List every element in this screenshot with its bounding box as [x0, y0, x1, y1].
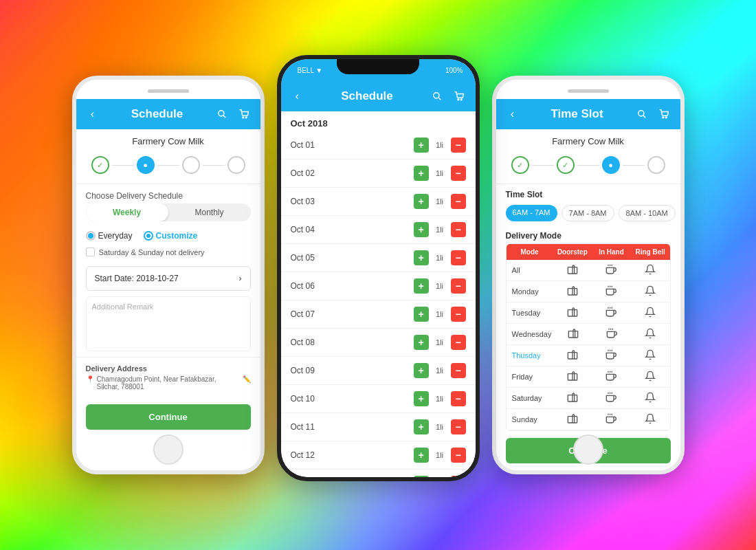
doorstep-3[interactable]	[554, 324, 592, 344]
home-button-left[interactable]	[153, 434, 184, 465]
monthly-option[interactable]: Monthly	[168, 204, 251, 221]
plus-btn-9[interactable]: +	[414, 391, 429, 406]
qty-display-11: 1li	[430, 451, 449, 459]
minus-btn-8[interactable]: −	[451, 363, 466, 378]
qty-controls-9: + 1li −	[414, 391, 466, 406]
weekly-option[interactable]: Weekly	[86, 204, 168, 221]
date-label-5: Oct 06	[291, 281, 315, 291]
inhand-4[interactable]	[592, 345, 631, 366]
phones-container: ‹ Schedule Farmery Cow Milk ✓	[0, 0, 756, 550]
month-label: Oct 2018	[281, 111, 476, 131]
doorstep-0[interactable]	[553, 260, 592, 280]
plus-btn-6[interactable]: +	[414, 307, 429, 322]
timeslot-tab-0[interactable]: 6AM - 7AM	[506, 205, 557, 221]
svg-point-12	[665, 117, 667, 118]
date-label-1: Oct 02	[291, 168, 315, 178]
plus-btn-11[interactable]: +	[414, 448, 429, 463]
plus-btn-10[interactable]: +	[414, 419, 429, 434]
inhand-5[interactable]	[592, 366, 631, 387]
qty-controls-10: + 1li −	[414, 419, 466, 434]
timeslot-tab-1[interactable]: 7AM - 8AM	[562, 205, 614, 221]
start-date-row[interactable]: Start Date: 2018-10-27 ›	[86, 266, 251, 291]
saturday-checkbox[interactable]	[86, 248, 95, 256]
search-icon-left[interactable]	[214, 106, 230, 122]
doorstep-5[interactable]	[553, 366, 592, 387]
saturday-checkbox-row[interactable]: Saturday & Sunday not delivery	[76, 243, 260, 261]
plus-btn-5[interactable]: +	[414, 278, 429, 294]
minus-btn-10[interactable]: −	[451, 419, 466, 434]
ringbell-6[interactable]	[631, 388, 670, 408]
inhand-7[interactable]	[592, 409, 631, 430]
plus-btn-4[interactable]: +	[414, 250, 429, 265]
continue-button-left[interactable]: Continue	[86, 404, 251, 430]
inhand-2[interactable]	[592, 302, 631, 323]
search-icon-right[interactable]	[634, 106, 650, 122]
schedule-toggle[interactable]: Weekly Monthly	[86, 204, 251, 221]
qty-display-5: 1li	[430, 282, 449, 290]
everyday-radio-dot	[86, 231, 96, 241]
date-label-11: Oct 12	[291, 450, 315, 460]
minus-btn-2[interactable]: −	[451, 194, 466, 209]
day-label-0: All	[507, 262, 553, 278]
mode-row-1: Monday	[507, 281, 670, 302]
delivery-mode-label: Delivery Mode	[496, 227, 680, 243]
back-button-middle[interactable]: ‹	[289, 88, 306, 104]
inhand-0[interactable]	[592, 260, 631, 280]
minus-btn-3[interactable]: −	[451, 222, 466, 237]
doorstep-7[interactable]	[553, 409, 592, 430]
plus-btn-0[interactable]: +	[414, 138, 429, 153]
inhand-3[interactable]	[592, 324, 631, 344]
customize-radio[interactable]: Customize	[144, 231, 198, 241]
cart-icon-right[interactable]	[656, 106, 672, 122]
plus-btn-12[interactable]: +	[414, 476, 429, 477]
minus-btn-5[interactable]: −	[451, 278, 466, 294]
ringbell-2[interactable]	[631, 302, 670, 323]
doorstep-6[interactable]	[553, 388, 592, 408]
minus-btn-4[interactable]: −	[451, 250, 466, 265]
timeslot-tab-2[interactable]: 8AM - 10AM	[619, 205, 676, 221]
minus-btn-11[interactable]: −	[451, 448, 466, 463]
cart-icon-left[interactable]	[236, 106, 252, 122]
svg-line-6	[438, 98, 441, 100]
minus-btn-0[interactable]: −	[451, 138, 466, 153]
ringbell-1[interactable]	[631, 281, 670, 302]
plus-btn-7[interactable]: +	[414, 335, 429, 350]
ringbell-0[interactable]	[631, 260, 670, 280]
doorstep-1[interactable]	[553, 281, 592, 302]
minus-btn-6[interactable]: −	[451, 307, 466, 322]
search-icon-middle[interactable]	[429, 88, 445, 104]
ringbell-7[interactable]	[631, 409, 670, 430]
plus-btn-1[interactable]: +	[414, 166, 429, 181]
everyday-radio[interactable]: Everyday	[86, 231, 133, 241]
minus-btn-9[interactable]: −	[451, 391, 466, 406]
qty-display-7: 1li	[430, 338, 449, 346]
header-title-right: Time Slot	[521, 107, 634, 121]
cart-icon-middle[interactable]	[451, 88, 467, 104]
product-header-left: Farmery Cow Milk ✓ ●	[76, 129, 260, 184]
ringbell-3[interactable]	[631, 324, 669, 344]
inhand-1[interactable]	[592, 281, 631, 302]
home-button-right[interactable]	[573, 434, 603, 465]
minus-btn-12[interactable]: −	[451, 476, 466, 477]
delivery-schedule-label: Choose Delivery Schedule	[76, 184, 260, 204]
ringbell-4[interactable]	[631, 345, 670, 366]
header-middle: ‹ Schedule	[281, 81, 476, 111]
minus-btn-7[interactable]: −	[451, 335, 466, 350]
edit-icon[interactable]: ✏️	[243, 375, 251, 383]
mode-row-7: Sunday	[507, 409, 670, 430]
qty-controls-1: + 1li −	[414, 166, 466, 181]
minus-btn-1[interactable]: −	[451, 166, 466, 181]
doorstep-4[interactable]	[553, 345, 592, 366]
back-button-left[interactable]: ‹	[85, 106, 101, 122]
plus-btn-8[interactable]: +	[414, 363, 429, 378]
remark-area[interactable]: Additional Remark	[86, 296, 251, 351]
left-phone-content: Farmery Cow Milk ✓ ● Choose Delivery Sch…	[76, 129, 260, 470]
plus-btn-3[interactable]: +	[414, 222, 429, 237]
doorstep-2[interactable]	[553, 302, 592, 323]
back-button-right[interactable]: ‹	[504, 106, 521, 122]
qty-display-9: 1li	[430, 395, 449, 403]
qty-controls-6: + 1li −	[414, 307, 466, 322]
plus-btn-2[interactable]: +	[414, 194, 429, 209]
ringbell-5[interactable]	[631, 366, 670, 387]
inhand-6[interactable]	[592, 388, 631, 408]
